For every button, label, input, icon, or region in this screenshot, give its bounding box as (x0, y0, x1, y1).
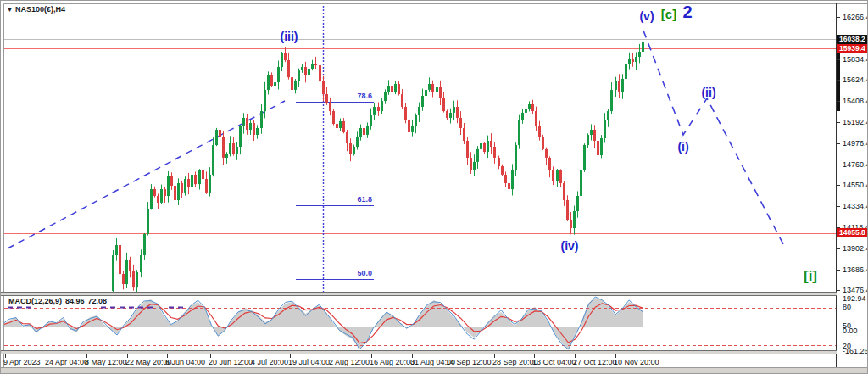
trading-chart-window: ▼NAS100(€),H4 MACD(12,26,9)84.9672.08 16… (0, 0, 868, 374)
macd-value-1: 84.96 (65, 297, 85, 305)
macd-name: MACD(12,26,9) (8, 297, 62, 305)
macd-indicator-label: MACD(12,26,9)84.9672.08 (8, 297, 110, 305)
panel-separator-bottom[interactable] (1, 350, 837, 354)
right-edge-bar (837, 35, 840, 111)
chart-symbol-label: ▼NAS100(€),H4 (7, 5, 65, 14)
macd-value-2: 72.08 (88, 297, 108, 305)
window-bottom-strip (1, 367, 868, 374)
symbol-text: NAS100(€),H4 (15, 5, 65, 14)
panel-separator-top[interactable] (1, 292, 837, 296)
symbol-dropdown-icon[interactable]: ▼ (7, 7, 13, 13)
projection-line (643, 31, 783, 244)
chart-canvas[interactable] (1, 1, 868, 374)
